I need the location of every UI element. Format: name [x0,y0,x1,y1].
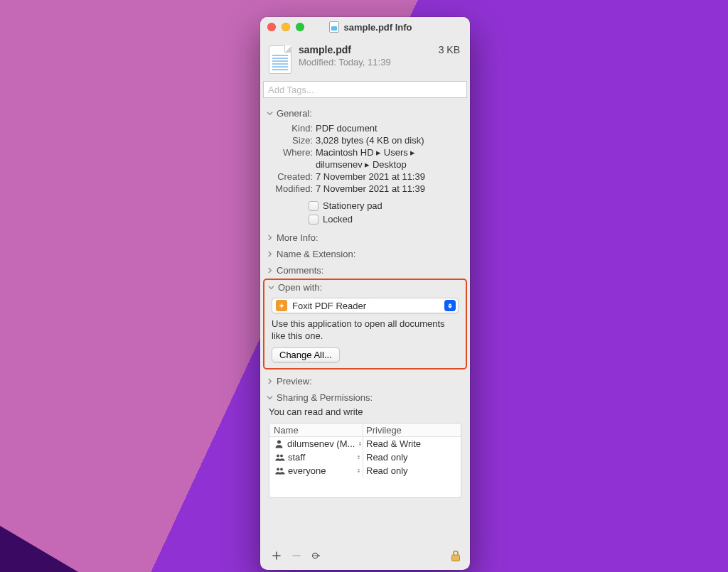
modified-value: 7 November 2021 at 11:39 [316,183,463,195]
section-open-with-header[interactable]: Open with: [264,280,466,295]
created-label: Created: [267,171,316,183]
svg-point-4 [280,468,283,471]
permissions-table: Name Privilege dilumsenev (M...Read & Wr… [269,423,461,498]
svg-point-1 [277,455,279,458]
locked-label: Locked [323,214,353,225]
chevron-right-icon [266,251,273,258]
permissions-col-privilege-header[interactable]: Privilege [363,425,461,436]
chevron-down-icon [266,110,273,117]
permission-name: everyone [288,465,326,476]
chevron-right-icon [266,234,273,242]
section-comments-title: Comments: [277,265,323,276]
permission-privilege: Read & Write [366,438,421,449]
wallpaper-accent [0,526,78,572]
get-info-window: sample.pdf Info sample.pdf Modified: Tod… [260,17,470,570]
summary-row: sample.pdf Modified: Today, 11:39 3 KB [260,37,470,81]
permissions-row[interactable]: everyoneRead only [269,464,461,477]
section-sharing-title: Sharing & Permissions: [277,392,373,403]
open-with-app-label: Foxit PDF Reader [292,301,439,311]
modified-label: Modified: [267,183,316,195]
change-all-button[interactable]: Change All... [272,347,340,362]
where-label: Where: [267,146,316,171]
svg-point-6 [314,555,316,556]
size-value: 3,028 bytes (4 KB on disk) [316,134,463,146]
updown-stepper-icon [444,300,456,311]
section-general-header[interactable]: General: [260,104,470,121]
updown-sort-icon [355,468,361,473]
action-menu-button[interactable] [309,549,324,563]
titlebar: sample.pdf Info [260,17,470,37]
permission-name: staff [288,452,305,463]
chevron-right-icon [266,267,273,274]
chevron-down-icon [266,394,273,401]
svg-point-0 [277,440,281,443]
add-permission-button[interactable] [269,549,284,563]
file-kind-icon [269,45,291,74]
svg-point-7 [314,555,315,556]
size-label: Size: [267,134,316,146]
section-preview-title: Preview: [277,376,312,387]
permissions-footer [260,544,470,570]
section-sharing-header[interactable]: Sharing & Permissions: [260,389,470,405]
foxit-app-icon: ✦ [276,300,287,311]
chevron-right-icon [266,378,273,385]
open-with-app-dropdown[interactable]: ✦ Foxit PDF Reader [272,298,459,313]
group-icon [274,466,285,475]
updown-sort-icon [355,455,361,460]
person-icon [274,439,284,448]
section-comments-header[interactable]: Comments: [260,261,470,278]
permissions-col-name-header[interactable]: Name [269,423,363,436]
permissions-row[interactable]: dilumsenev (M...Read & Write [269,437,461,450]
stationery-pad-checkbox[interactable] [309,201,318,211]
group-icon [274,453,285,462]
section-preview-header[interactable]: Preview: [260,372,470,389]
section-general-title: General: [277,108,312,119]
section-general-body: Kind:PDF document Size:3,028 bytes (4 KB… [260,121,470,229]
svg-point-3 [277,468,279,471]
permission-privilege: Read only [366,452,408,463]
permission-name: dilumsenev (M... [287,438,355,449]
file-modified-summary: Modified: Today, 11:39 [299,57,432,68]
sharing-you-can-text: You can read and write [260,405,470,423]
chevron-down-icon [267,284,274,291]
permissions-row[interactable]: staffRead only [269,450,461,464]
annotation-highlight: Open with: ✦ Foxit PDF Reader Use this a… [263,279,467,369]
open-with-description: Use this application to open all documen… [272,318,459,342]
file-size-summary: 3 KB [439,44,460,55]
kind-label: Kind: [267,122,316,134]
created-value: 7 November 2021 at 11:39 [316,171,463,183]
section-more-info-header[interactable]: More Info: [260,229,470,245]
section-open-with-title: Open with: [278,282,322,293]
svg-point-8 [316,555,317,556]
svg-point-2 [280,455,283,458]
tags-input[interactable] [263,81,467,98]
stationery-pad-label: Stationery pad [323,200,382,211]
document-proxy-icon [329,21,339,33]
close-window-button[interactable] [267,23,276,31]
remove-permission-button[interactable] [289,549,304,563]
lock-icon[interactable] [450,549,461,562]
locked-checkbox[interactable] [309,215,318,225]
section-more-info-title: More Info: [277,232,318,243]
kind-value: PDF document [316,122,463,134]
updown-sort-icon [358,441,363,446]
permission-privilege: Read only [366,465,408,476]
window-title: sample.pdf Info [343,22,412,33]
section-name-extension-title: Name & Extension: [277,249,355,259]
svg-rect-9 [452,555,460,561]
file-name: sample.pdf [299,44,432,55]
section-name-extension-header[interactable]: Name & Extension: [260,245,470,261]
where-value: Macintosh HD ▸ Users ▸ dilumsenev ▸ Desk… [316,146,463,171]
